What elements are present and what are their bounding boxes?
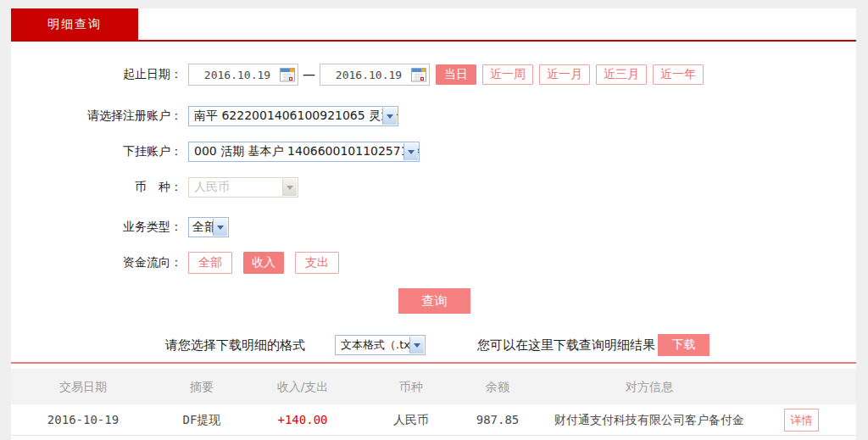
business-type-label: 业务类型： (11, 220, 182, 235)
download-hint: 您可以在这里下载查询明细结果 (477, 334, 655, 356)
date-range-label: 起止日期： (11, 67, 182, 82)
table-top-divider (11, 362, 856, 364)
business-type-row: 业务类型： 全部 (11, 217, 856, 237)
fund-flow-label: 资金流向： (11, 255, 182, 270)
quick-range-year-button[interactable]: 近一年 (653, 64, 704, 85)
header-counterparty: 对方信息 (531, 369, 768, 404)
detail-query-panel: 明细查询 起止日期： 2016.10.19 — (11, 8, 856, 440)
chevron-down-icon[interactable] (382, 108, 397, 125)
header-date: 交易日期 (24, 369, 142, 404)
quick-range-month-button[interactable]: 近一月 (539, 64, 590, 85)
register-account-select[interactable]: 南平 6222001406100921065 灵通卡 (188, 106, 398, 126)
sub-account-row: 下挂账户： 000 活期 基本户 1406600101102571848 (11, 142, 856, 162)
date-range-row: 起止日期： 2016.10.19 — 2016.10.19 (11, 64, 856, 86)
row-detail-button[interactable]: 详情 (784, 409, 819, 432)
download-button[interactable]: 下载 (658, 334, 709, 356)
currency-select: 人民币 (188, 177, 298, 198)
quick-range-today-button[interactable]: 当日 (436, 64, 476, 85)
register-account-row: 请选择注册账户： 南平 6222001406100921065 灵通卡 (11, 106, 856, 126)
fund-flow-expense-button[interactable]: 支出 (295, 252, 339, 274)
page: 明细查询 起止日期： 2016.10.19 — (0, 0, 868, 440)
download-row: 请您选择下载明细的格式 文本格式（.txt） 您可以在这里下载查询明细结果 下载 (11, 334, 856, 356)
chevron-down-icon (282, 179, 297, 196)
quick-range-quarter-button[interactable]: 近三月 (596, 64, 647, 85)
quick-range-week-button[interactable]: 近一周 (482, 64, 533, 85)
sub-account-select[interactable]: 000 活期 基本户 1406600101102571848 (188, 142, 420, 162)
fund-flow-all-button[interactable]: 全部 (188, 252, 232, 274)
chevron-down-icon[interactable] (409, 337, 424, 354)
end-date-input[interactable]: 2016.10.19 (320, 64, 430, 86)
register-account-label: 请选择注册账户： (11, 109, 182, 124)
currency-row: 币 种： 人民币 (11, 177, 856, 198)
row-counterparty: 财付通支付科技有限公司客户备付金 (531, 404, 768, 436)
chevron-down-icon[interactable] (213, 219, 227, 236)
tab-bar: 明细查询 (11, 8, 856, 42)
fund-flow-income-button[interactable]: 收入 (243, 252, 284, 274)
sub-account-value: 000 活期 基本户 1406600101102571848 (194, 144, 419, 159)
download-format-label: 请您选择下载明细的格式 (165, 334, 305, 356)
date-separator: — (303, 67, 315, 82)
currency-value: 人民币 (194, 180, 230, 195)
row-amount: +140.00 (243, 404, 362, 436)
download-format-select[interactable]: 文本格式（.txt） (335, 335, 426, 355)
business-type-select[interactable]: 全部 (188, 217, 229, 237)
currency-label: 币 种： (11, 180, 182, 195)
row-date: 2016-10-19 (24, 404, 142, 436)
query-button[interactable]: 查询 (398, 288, 470, 314)
start-date-input[interactable]: 2016.10.19 (188, 64, 298, 86)
tab-underline (11, 40, 856, 42)
chevron-down-icon[interactable] (403, 143, 418, 160)
calendar-icon[interactable] (411, 68, 426, 82)
calendar-icon[interactable] (280, 68, 295, 82)
tab-detail-query[interactable]: 明细查询 (11, 8, 138, 40)
register-account-value: 南平 6222001406100921065 灵通卡 (194, 109, 398, 124)
table-row: 2016-10-19 DF提现 +140.00 人民币 987.85 财付通支付… (11, 404, 856, 436)
header-amount: 收入/支出 (243, 369, 362, 404)
table-header: 交易日期 摘要 收入/支出 币种 余额 对方信息 (11, 369, 856, 404)
fund-flow-row: 资金流向： 全部 收入 支出 (11, 252, 856, 274)
sub-account-label: 下挂账户： (11, 144, 182, 159)
